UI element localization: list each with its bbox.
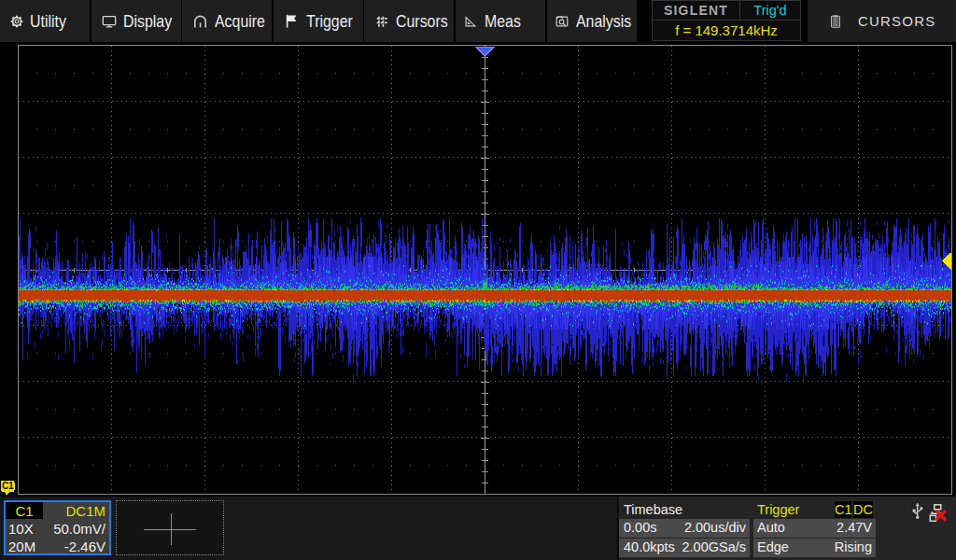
svg-text:C1: C1 [2, 481, 14, 491]
